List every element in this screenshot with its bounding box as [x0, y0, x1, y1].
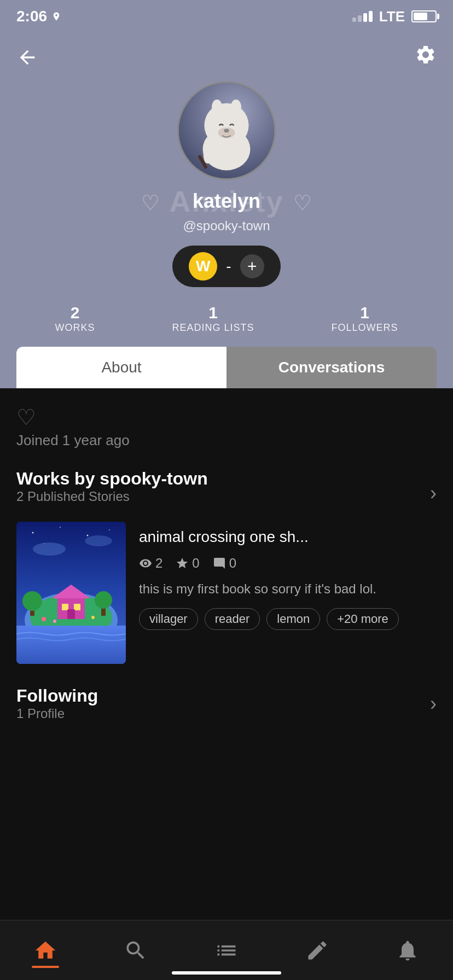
svg-point-30 [91, 616, 95, 619]
hearts-username-row: ♡ Anxiety katelyn ♡ [141, 190, 312, 216]
nav-notifications[interactable] [396, 938, 420, 962]
reading-lists-count: 1 [208, 304, 218, 322]
tags-row: villager reader lemon +20 more [139, 608, 437, 630]
header-nav [16, 44, 437, 71]
signal-bar-4 [369, 11, 373, 22]
works-title: Works by spooky-town [16, 469, 208, 489]
story-meta: 2 0 0 [139, 556, 437, 571]
story-stars: 0 [176, 556, 199, 571]
stats-row: 2 WORKS 1 READING LISTS 1 FOLLOWERS [16, 304, 437, 334]
follow-dash: - [226, 258, 231, 275]
search-icon [124, 938, 148, 962]
username-area: Anxiety katelyn [193, 190, 260, 213]
svg-point-5 [231, 100, 241, 114]
tab-conversations[interactable]: Conversations [226, 347, 437, 388]
right-heart-icon: ♡ [293, 191, 312, 215]
status-bar: 2:06 LTE [0, 0, 453, 33]
wattpad-badge: W [189, 252, 217, 281]
tab-bar: About Conversations [16, 347, 437, 388]
status-time: 2:06 [16, 8, 61, 25]
story-views: 2 [139, 556, 162, 571]
following-chevron-icon[interactable]: › [430, 692, 437, 715]
battery-fill [414, 13, 427, 20]
tag-reader[interactable]: reader [205, 608, 260, 630]
status-right: LTE [352, 8, 437, 25]
svg-point-13 [109, 529, 110, 530]
user-handle: @spooky-town [183, 218, 270, 234]
following-subtitle: 1 Profile [16, 706, 98, 721]
svg-point-3 [204, 103, 248, 148]
works-label: WORKS [55, 322, 95, 334]
lte-label: LTE [379, 8, 405, 25]
following-section[interactable]: Following 1 Profile › [16, 686, 437, 721]
works-section-left: Works by spooky-town 2 Published Stories [16, 469, 208, 517]
svg-point-12 [87, 535, 89, 536]
content-heart-icon: ♡ [16, 405, 437, 430]
battery-icon [411, 10, 437, 22]
followers-stat[interactable]: 1 FOLLOWERS [331, 304, 398, 334]
svg-rect-22 [62, 604, 68, 610]
reading-lists-stat[interactable]: 1 READING LISTS [172, 304, 254, 334]
works-count: 2 [71, 304, 80, 322]
story-card[interactable]: animal crossing one sh... 2 0 0 this is … [16, 522, 437, 664]
story-title: animal crossing one sh... [139, 527, 437, 547]
home-icon [33, 938, 57, 962]
signal-bar-2 [358, 15, 362, 22]
home-indicator [172, 971, 281, 975]
location-icon [51, 11, 61, 21]
tab-about[interactable]: About [16, 347, 226, 388]
followers-count: 1 [360, 304, 369, 322]
svg-rect-24 [67, 609, 75, 619]
nav-write[interactable] [305, 938, 329, 962]
svg-point-26 [22, 591, 42, 611]
story-cover-image [16, 522, 126, 664]
reading-lists-label: READING LISTS [172, 322, 254, 334]
svg-point-4 [212, 100, 222, 114]
story-comments: 0 [213, 556, 236, 571]
content-area: ♡ Joined 1 year ago Works by spooky-town… [0, 388, 453, 980]
follow-plus-button[interactable]: + [240, 254, 264, 278]
follow-button[interactable]: W - + [172, 246, 280, 287]
write-icon [305, 938, 329, 962]
tag-lemon[interactable]: lemon [266, 608, 320, 630]
joined-text: Joined 1 year ago [16, 432, 437, 449]
svg-rect-23 [74, 604, 80, 610]
svg-point-31 [53, 620, 56, 623]
following-title: Following [16, 686, 98, 706]
signal-bar-1 [352, 18, 356, 22]
works-subtitle: 2 Published Stories [16, 489, 208, 504]
home-active-indicator [32, 966, 59, 968]
avatar [177, 81, 276, 180]
tag-villager[interactable]: villager [139, 608, 198, 630]
followers-label: FOLLOWERS [331, 322, 398, 334]
lists-icon [214, 938, 239, 962]
tag-more[interactable]: +20 more [327, 608, 399, 630]
story-description: this is my first book so sorry if it's b… [139, 580, 437, 598]
works-section-header[interactable]: Works by spooky-town 2 Published Stories… [16, 469, 437, 517]
svg-point-29 [42, 617, 46, 621]
svg-point-10 [32, 532, 34, 534]
svg-point-7 [224, 129, 229, 133]
svg-point-16 [85, 535, 112, 546]
notifications-icon [396, 938, 420, 962]
svg-rect-19 [16, 626, 126, 664]
settings-button[interactable] [415, 44, 437, 71]
following-left: Following 1 Profile [16, 686, 98, 721]
username-display: katelyn [193, 190, 260, 213]
nav-home[interactable] [33, 938, 57, 962]
works-chevron-icon[interactable]: › [430, 482, 437, 505]
svg-point-15 [33, 542, 66, 556]
svg-point-11 [60, 527, 61, 528]
works-stat[interactable]: 2 WORKS [55, 304, 95, 334]
signal-bars [352, 11, 373, 22]
nav-search[interactable] [124, 938, 148, 962]
story-info: animal crossing one sh... 2 0 0 this is … [139, 522, 437, 664]
nav-lists[interactable] [214, 938, 239, 962]
signal-bar-3 [363, 13, 367, 22]
left-heart-icon: ♡ [141, 191, 160, 215]
profile-header: ♡ Anxiety katelyn ♡ @spooky-town W - + 2… [0, 33, 453, 388]
svg-point-28 [95, 591, 112, 609]
back-button[interactable] [16, 46, 38, 68]
